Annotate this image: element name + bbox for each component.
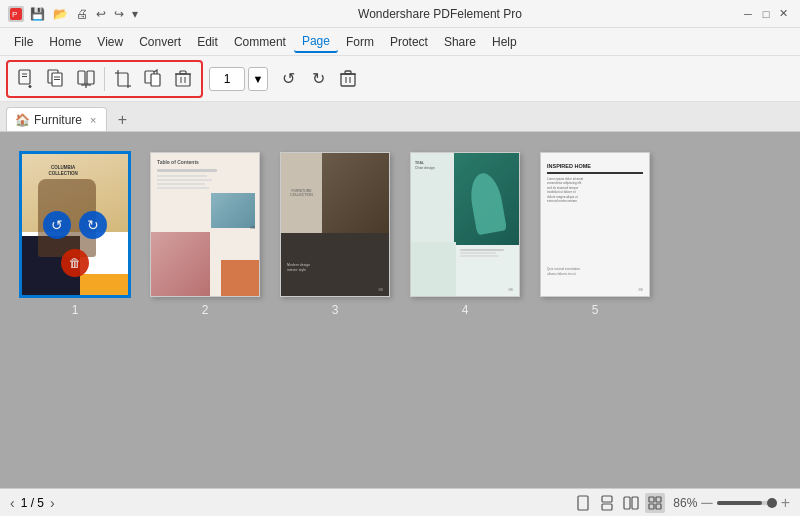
page1-overlay-icons: ↺ ↻: [43, 211, 107, 239]
title-bar-left: P 💾 📂 🖨 ↩ ↪ ▾: [8, 5, 140, 23]
view-icons-group: [573, 493, 665, 513]
svg-rect-21: [151, 74, 160, 86]
menu-help[interactable]: Help: [484, 32, 525, 52]
quick-undo-icon[interactable]: ↩: [94, 5, 108, 23]
insert-blank-page-button[interactable]: [12, 65, 40, 93]
delete-page-button[interactable]: [169, 65, 197, 93]
svg-rect-32: [578, 496, 588, 510]
page-indicator: 1 / 5: [21, 496, 44, 510]
tab-label: Furniture: [34, 113, 82, 127]
app-icon: P: [8, 6, 24, 22]
app-title: Wondershare PDFelement Pro: [358, 7, 522, 21]
overlay-delete-icon: 🗑: [61, 249, 89, 277]
page-thumbnail-4[interactable]: TEAL Chair design 86: [410, 152, 520, 297]
menu-home[interactable]: Home: [41, 32, 89, 52]
page-thumbnail-3[interactable]: FURNITURECOLLECTION Modern designinterio…: [280, 152, 390, 297]
svg-rect-38: [656, 497, 661, 502]
zoom-control: 86% ─ +: [673, 494, 790, 512]
delete-button[interactable]: [334, 65, 362, 93]
quick-customize-icon[interactable]: ▾: [130, 5, 140, 23]
quick-open-icon[interactable]: 📂: [51, 5, 70, 23]
add-tab-button[interactable]: +: [111, 109, 133, 131]
quick-redo-icon[interactable]: ↪: [112, 5, 126, 23]
replace-page-button[interactable]: [139, 65, 167, 93]
status-right: 86% ─ +: [573, 493, 790, 513]
svg-rect-37: [649, 497, 654, 502]
overlay-rotate-left-icon: ↺: [43, 211, 71, 239]
menu-file[interactable]: File: [6, 32, 41, 52]
svg-rect-12: [87, 71, 94, 84]
page-number-label-2: 2: [202, 303, 209, 317]
menu-convert[interactable]: Convert: [131, 32, 189, 52]
svg-rect-27: [341, 74, 355, 86]
next-page-button[interactable]: ›: [50, 495, 55, 511]
menu-edit[interactable]: Edit: [189, 32, 226, 52]
overlay-rotate-right-icon: ↻: [79, 211, 107, 239]
svg-rect-29: [345, 71, 351, 74]
furniture-tab[interactable]: 🏠 Furniture ×: [6, 107, 107, 131]
zoom-slider[interactable]: [717, 501, 777, 505]
menu-comment[interactable]: Comment: [226, 32, 294, 52]
page-number-label-1: 1: [72, 303, 79, 317]
svg-rect-39: [649, 504, 654, 509]
split-page-button[interactable]: [72, 65, 100, 93]
rotate-right-button[interactable]: ↻: [304, 65, 332, 93]
svg-text:P: P: [12, 10, 17, 19]
status-bar: ‹ 1 / 5 › 86% ─ +: [0, 488, 800, 516]
page-dropdown-button[interactable]: ▼: [248, 67, 268, 91]
two-page-view-button[interactable]: [621, 493, 641, 513]
page-item-4[interactable]: TEAL Chair design 86 4: [410, 152, 520, 317]
menu-bar: File Home View Convert Edit Comment Page…: [0, 28, 800, 56]
maximize-button[interactable]: □: [758, 6, 774, 22]
rotate-left-button[interactable]: ↺: [274, 65, 302, 93]
grid-view-button[interactable]: [645, 493, 665, 513]
single-page-view-button[interactable]: [573, 493, 593, 513]
menu-page[interactable]: Page: [294, 31, 338, 53]
pages-container: COLUMBIACOLLECTION ↺ ↻ 🗑 › 1 Table of Co…: [20, 152, 650, 317]
page-number-group: ▼: [209, 67, 268, 91]
svg-rect-33: [602, 496, 612, 502]
zoom-slider-fill: [717, 501, 762, 505]
main-content: COLUMBIACOLLECTION ↺ ↻ 🗑 › 1 Table of Co…: [0, 132, 800, 488]
continuous-view-button[interactable]: [597, 493, 617, 513]
title-bar: P 💾 📂 🖨 ↩ ↪ ▾ Wondershare PDFelement Pro…: [0, 0, 800, 28]
status-left: ‹ 1 / 5 ›: [10, 495, 55, 511]
zoom-out-button[interactable]: ─: [701, 494, 712, 512]
svg-rect-11: [78, 71, 85, 84]
home-icon: 🏠: [15, 113, 30, 127]
window-controls: ─ □ ✕: [740, 6, 792, 22]
menu-protect[interactable]: Protect: [382, 32, 436, 52]
menu-share[interactable]: Share: [436, 32, 484, 52]
prev-page-button[interactable]: ‹: [10, 495, 15, 511]
quick-save-icon[interactable]: 💾: [28, 5, 47, 23]
svg-rect-24: [180, 71, 186, 74]
page-thumbnail-1[interactable]: COLUMBIACOLLECTION ↺ ↻ 🗑 ›: [20, 152, 130, 297]
page-number-label-5: 5: [592, 303, 599, 317]
extract-page-button[interactable]: [42, 65, 70, 93]
page-tools-group: [6, 60, 203, 98]
svg-rect-40: [656, 504, 661, 509]
page-number-input[interactable]: [209, 67, 245, 91]
crop-page-button[interactable]: [109, 65, 137, 93]
page-item-3[interactable]: FURNITURECOLLECTION Modern designinterio…: [280, 152, 390, 317]
menu-form[interactable]: Form: [338, 32, 382, 52]
page-item-5[interactable]: INSPIRED HOME Lorem ipsum dolor sit amet…: [540, 152, 650, 317]
toolbar: ▼ ↺ ↻: [0, 56, 800, 102]
page-item-1[interactable]: COLUMBIACOLLECTION ↺ ↻ 🗑 › 1: [20, 152, 130, 317]
page-number-label-3: 3: [332, 303, 339, 317]
menu-view[interactable]: View: [89, 32, 131, 52]
svg-rect-22: [176, 74, 190, 86]
svg-rect-36: [632, 497, 638, 509]
zoom-in-button[interactable]: +: [781, 494, 790, 512]
minimize-button[interactable]: ─: [740, 6, 756, 22]
quick-print-icon[interactable]: 🖨: [74, 5, 90, 23]
tab-bar: 🏠 Furniture × +: [0, 102, 800, 132]
page-thumbnail-5[interactable]: INSPIRED HOME Lorem ipsum dolor sit amet…: [540, 152, 650, 297]
close-button[interactable]: ✕: [776, 6, 792, 22]
zoom-level: 86%: [673, 496, 697, 510]
page-thumbnail-2[interactable]: Table of Contents 86: [150, 152, 260, 297]
zoom-slider-handle[interactable]: [767, 498, 777, 508]
svg-rect-15: [118, 73, 128, 86]
page-item-2[interactable]: Table of Contents 86 2: [150, 152, 260, 317]
tab-close-button[interactable]: ×: [90, 114, 96, 126]
